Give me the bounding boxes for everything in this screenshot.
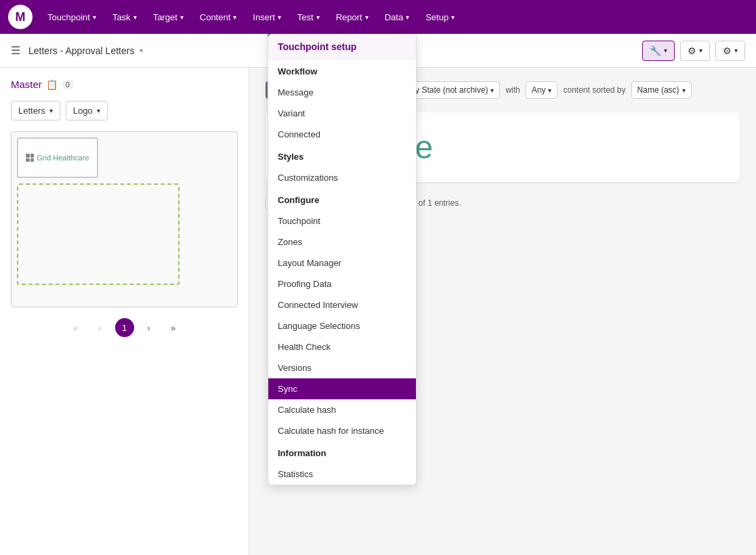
chevron-down-icon: ▾ (133, 14, 137, 21)
dropdown-section-configure: Configure (268, 188, 416, 210)
dropdown-item-proofing-data[interactable]: Proofing Data (268, 273, 416, 294)
dropdown-item-health-check[interactable]: Health Check (268, 336, 416, 357)
canvas-logo-block: Grid Healthcare (17, 137, 98, 178)
breadcrumb: Letters - Approval Letters (28, 45, 134, 56)
chevron-down-icon: ▾ (699, 47, 702, 54)
first-page-button[interactable]: « (66, 318, 85, 337)
network-button[interactable]: ⚙ ▾ (680, 41, 710, 61)
pagination: « ‹ 1 › » (11, 318, 238, 337)
chevron-down-icon: ▾ (365, 14, 369, 21)
dropdown-item-connected[interactable]: Connected (268, 124, 416, 145)
dropdown-section-workflow: Workflow (268, 60, 416, 82)
toolbar-buttons: 🔧 ▾ ⚙ ▾ ⚙ ▾ (642, 41, 745, 61)
dropdown-section-styles: Styles (268, 145, 416, 167)
last-page-button[interactable]: » (164, 318, 183, 337)
left-panel: Master 📋 0 Letters ▾ Logo ▾ (0, 68, 249, 555)
chevron-down-icon: ▾ (233, 14, 236, 21)
dropdown-item-versions[interactable]: Versions (268, 357, 416, 378)
chevron-down-icon: ▾ (406, 14, 409, 21)
dropdown-item-variant[interactable]: Variant (268, 103, 416, 124)
prev-page-button[interactable]: ‹ (91, 318, 110, 337)
wrench-icon: 🔧 (650, 45, 661, 56)
dropdown-item-sync[interactable]: Sync (268, 378, 416, 399)
breadcrumb-chevron-icon: ▾ (140, 47, 143, 54)
letters-select[interactable]: Letters ▾ (11, 101, 60, 120)
nav-target[interactable]: Target ▾ (146, 8, 190, 26)
chevron-down-icon: ▾ (490, 87, 494, 94)
sort-filter[interactable]: Name (asc) ▾ (631, 81, 692, 99)
nav-report[interactable]: Report ▾ (329, 8, 375, 26)
logo-select[interactable]: Logo ▾ (66, 101, 108, 120)
dropdown-item-layout-manager[interactable]: Layout Manager (268, 252, 416, 273)
canvas-logo-inner: Grid Healthcare (26, 154, 89, 162)
chevron-down-icon: ▾ (682, 87, 686, 94)
calendar-icon: 📋 (46, 79, 58, 90)
chevron-down-icon: ▾ (316, 14, 320, 21)
nav-task[interactable]: Task ▾ (106, 8, 144, 26)
master-label: Master 📋 0 (11, 79, 238, 90)
canvas-area: Grid Healthcare (11, 131, 238, 307)
settings-button[interactable]: ⚙ ▾ (715, 41, 745, 61)
nav-touchpoint[interactable]: Touchpoint ▾ (41, 8, 103, 26)
gear-icon: ⚙ (723, 45, 732, 56)
grid-icon (26, 154, 34, 162)
dropdown-item-language-selections[interactable]: Language Selections (268, 315, 416, 336)
touchpoint-setup-dropdown: Touchpoint setup Workflow Message Varian… (268, 34, 417, 485)
page-1-button[interactable]: 1 (115, 318, 134, 337)
chevron-down-icon: ▾ (664, 47, 667, 54)
chevron-down-icon: ▾ (734, 47, 738, 54)
master-badge: 0 (62, 80, 74, 89)
chevron-down-icon: ▾ (49, 107, 53, 114)
chevron-down-icon: ▾ (548, 87, 551, 94)
chevron-down-icon: ▾ (93, 14, 96, 21)
chevron-down-icon: ▾ (278, 14, 281, 21)
dropdown-item-zones[interactable]: Zones (268, 231, 416, 252)
nav-setup[interactable]: Setup ▾ (419, 8, 461, 26)
dropdown-item-message[interactable]: Message (268, 82, 416, 103)
dropdown-header: Touchpoint setup (268, 35, 416, 60)
select-row: Letters ▾ Logo ▾ (11, 101, 238, 120)
nav-insert[interactable]: Insert ▾ (246, 8, 288, 26)
nav-content[interactable]: Content ▾ (193, 8, 244, 26)
touchpoint-setup-button[interactable]: 🔧 ▾ (642, 41, 675, 61)
canvas-text-area[interactable] (17, 183, 180, 285)
any-filter[interactable]: Any ▾ (526, 81, 558, 99)
sorted-label: content sorted by (563, 85, 625, 95)
dropdown-section-information: Information (268, 441, 416, 464)
dropdown-item-customizations[interactable]: Customizations (268, 167, 416, 188)
nav-test[interactable]: Test ▾ (291, 8, 327, 26)
nav-data[interactable]: Data ▾ (378, 8, 416, 26)
app-logo[interactable]: M (8, 5, 33, 29)
dropdown-item-calculate-hash[interactable]: Calculate hash (268, 399, 416, 420)
chevron-down-icon: ▾ (451, 14, 455, 21)
dropdown-item-touchpoint[interactable]: Touchpoint (268, 210, 416, 231)
chevron-down-icon: ▾ (180, 14, 184, 21)
chevron-down-icon: ▾ (97, 107, 100, 114)
dropdown-item-calculate-hash-instance[interactable]: Calculate hash for instance (268, 420, 416, 441)
hamburger-icon[interactable]: ☰ (11, 44, 20, 57)
next-page-button[interactable]: › (140, 318, 159, 337)
dropdown-item-connected-interview[interactable]: Connected Interview (268, 294, 416, 315)
with-label: with (505, 85, 520, 95)
network-icon: ⚙ (688, 45, 696, 56)
top-navigation: M Touchpoint ▾ Task ▾ Target ▾ Content ▾… (0, 0, 756, 34)
dropdown-item-statistics[interactable]: Statistics (268, 464, 416, 485)
